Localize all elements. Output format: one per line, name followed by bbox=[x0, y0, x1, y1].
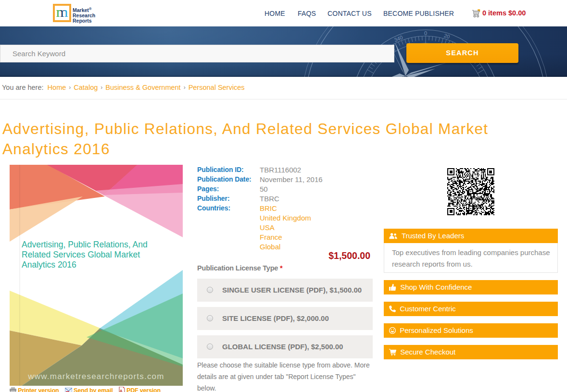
svg-text:m: m bbox=[56, 6, 68, 19]
svg-text:0: 0 bbox=[424, 30, 427, 36]
svg-text:A: A bbox=[120, 389, 123, 392]
svg-text:www.marketresearchreports.com: www.marketresearchreports.com bbox=[27, 372, 164, 381]
